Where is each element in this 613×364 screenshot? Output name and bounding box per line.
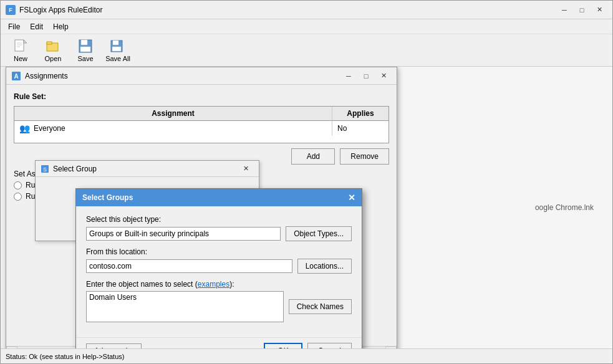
svg-rect-11 [80, 47, 90, 52]
svg-text:S: S [43, 166, 47, 173]
new-button[interactable]: New [6, 37, 36, 64]
remove-button[interactable]: Remove [340, 148, 389, 165]
select-group-icon: S [41, 165, 49, 173]
location-row: Locations... [86, 259, 352, 274]
examples-link[interactable]: examples [198, 280, 229, 289]
select-group-close[interactable]: ✕ [238, 163, 254, 175]
select-groups-title-bar: Select Groups ✕ [76, 189, 362, 206]
location-input[interactable] [86, 259, 292, 273]
assignments-title-left: A Assignments [11, 71, 68, 81]
svg-marker-6 [24, 40, 27, 43]
advanced-button[interactable]: Advanced... [86, 343, 142, 348]
svg-rect-13 [113, 41, 118, 45]
ok-cancel-group: OK Cancel [264, 343, 352, 348]
col-applies-header: Applies [332, 107, 389, 120]
object-names-group: Enter the object names to select (exampl… [86, 280, 352, 322]
assignments-controls: ─ □ ✕ [340, 70, 392, 82]
scroll-right-arrow[interactable]: ► [385, 347, 397, 349]
new-label: New [14, 55, 27, 62]
table-header: Assignment Applies [14, 107, 389, 121]
object-type-group: Select this object type: Object Types... [86, 215, 352, 241]
object-type-input[interactable] [86, 227, 281, 241]
save-all-label: Save All [105, 55, 130, 62]
svg-rect-10 [81, 40, 87, 45]
status-text: Status: Ok (see status in Help->Status) [6, 353, 124, 360]
title-bar-left: F FSLogix Apps RuleEditor [6, 5, 102, 15]
assignments-close[interactable]: ✕ [375, 70, 392, 82]
rule-set-label: Rule Set: [14, 92, 389, 101]
assignments-minimize[interactable]: ─ [340, 70, 357, 82]
location-group: From this location: Locations... [86, 247, 352, 274]
assignment-cell: 👥 Everyone [14, 121, 332, 136]
col-assignment-header: Assignment [14, 107, 332, 120]
assignments-title-bar: A Assignments ─ □ ✕ [6, 67, 397, 85]
svg-rect-14 [112, 47, 121, 51]
table-row[interactable]: 👥 Everyone No [14, 121, 389, 136]
open-icon [46, 39, 60, 54]
radio-rule-set-not[interactable] [14, 193, 22, 201]
toolbar: New Open Save [1, 34, 612, 67]
add-button[interactable]: Add [291, 148, 335, 165]
close-button[interactable]: ✕ [591, 4, 607, 16]
select-groups-content: Select this object type: Object Types...… [76, 206, 362, 337]
svg-text:F: F [9, 7, 12, 13]
app-title: FSLogix Apps RuleEditor [19, 6, 102, 14]
select-group-content [36, 177, 259, 189]
object-names-row: Domain Users Check Names [86, 291, 352, 322]
applies-cell: No [332, 122, 389, 135]
assignment-table: Assignment Applies 👥 Everyone No [14, 106, 389, 143]
open-button[interactable]: Open [38, 37, 68, 64]
object-type-row: Object Types... [86, 226, 352, 241]
minimize-button[interactable]: ─ [556, 4, 572, 16]
check-names-button[interactable]: Check Names [289, 299, 352, 314]
select-groups-title-text: Select Groups [82, 193, 133, 202]
assignments-icon: A [11, 71, 21, 81]
save-button[interactable]: Save [70, 37, 100, 64]
select-group-title-bar: S Select Group ✕ [36, 161, 259, 177]
save-all-icon [110, 39, 125, 54]
assignments-maximize[interactable]: □ [358, 70, 374, 82]
save-icon [78, 39, 93, 54]
svg-text:A: A [14, 73, 18, 80]
object-names-textarea[interactable]: Domain Users [86, 291, 284, 322]
radio-rule-s[interactable] [14, 181, 22, 189]
menu-bar: File Edit Help [1, 19, 612, 34]
assignment-name: Everyone [34, 124, 65, 133]
maximize-button[interactable]: □ [574, 4, 590, 16]
assignments-title-text: Assignments [25, 72, 68, 80]
select-groups-dialog: Select Groups ✕ Select this object type:… [75, 188, 362, 348]
people-icon: 👥 [19, 123, 30, 133]
open-label: Open [45, 55, 62, 62]
location-label: From this location: [86, 247, 352, 256]
select-groups-close[interactable]: ✕ [348, 193, 355, 203]
new-icon [13, 39, 28, 54]
select-group-title-left: S Select Group [41, 165, 97, 173]
save-label: Save [77, 55, 93, 62]
svg-rect-8 [47, 42, 52, 44]
save-all-button[interactable]: Save All [103, 37, 133, 64]
help-menu[interactable]: Help [48, 21, 74, 32]
object-names-label: Enter the object names to select (exampl… [86, 280, 352, 289]
edit-menu[interactable]: Edit [25, 21, 48, 32]
select-groups-ok[interactable]: OK [264, 343, 302, 348]
title-bar-controls: ─ □ ✕ [556, 4, 607, 16]
file-menu[interactable]: File [3, 21, 25, 32]
select-groups-bottom: Advanced... OK Cancel [76, 337, 362, 348]
object-type-label: Select this object type: [86, 215, 352, 224]
app-title-bar: F FSLogix Apps RuleEditor ─ □ ✕ [1, 1, 612, 19]
svg-rect-2 [15, 40, 24, 51]
main-content: Google_Chrome oogle Chrome.lnk A Assignm… [1, 67, 612, 348]
app-icon: F [6, 5, 16, 15]
app-window: F FSLogix Apps RuleEditor ─ □ ✕ File Edi… [0, 0, 613, 364]
file-path-text: oogle Chrome.lnk [535, 203, 594, 212]
locations-button[interactable]: Locations... [297, 259, 352, 274]
status-bar: Status: Ok (see status in Help->Status) [1, 348, 612, 363]
scroll-left-arrow[interactable]: ◄ [6, 347, 17, 349]
object-types-button[interactable]: Object Types... [286, 226, 352, 241]
select-groups-cancel[interactable]: Cancel [307, 343, 352, 348]
select-group-title-text: Select Group [53, 165, 97, 173]
